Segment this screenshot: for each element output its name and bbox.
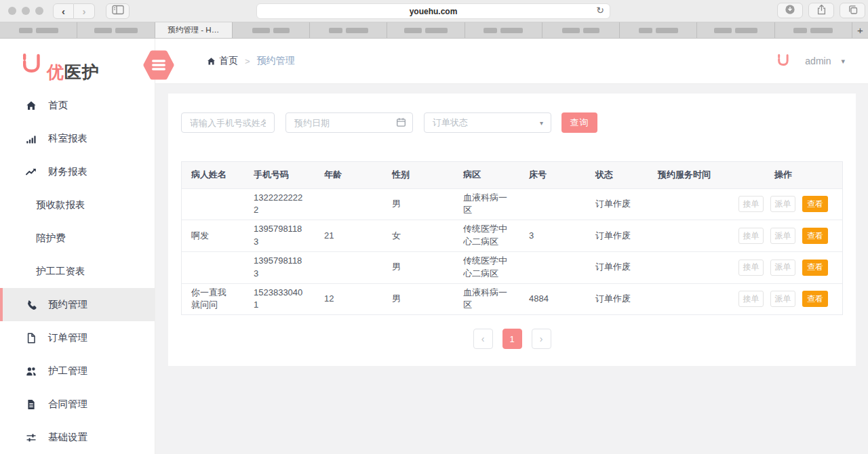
sidebar-item-precollect-report[interactable]: 预收款报表 xyxy=(0,188,155,222)
redacted-tab-title xyxy=(19,28,33,33)
sidebar-item-label: 科室报表 xyxy=(48,132,87,145)
table-cell xyxy=(182,188,244,220)
back-button[interactable]: ‹ xyxy=(53,3,74,19)
accept-order-button[interactable]: 接单 xyxy=(738,291,764,307)
forward-icon: › xyxy=(83,5,86,17)
page-header: 首页 > 预约管理 admin ▾ xyxy=(155,39,868,84)
user-logo-icon xyxy=(776,54,790,69)
table-cell xyxy=(648,220,724,252)
browser-tab[interactable] xyxy=(465,22,542,38)
breadcrumb-home[interactable]: 首页 xyxy=(207,55,238,67)
sidebar-item-home[interactable]: 首页 xyxy=(0,89,155,122)
address-bar[interactable]: youehu.com ↻ xyxy=(256,3,610,19)
sidebar-item-dept-report[interactable]: 科室报表 xyxy=(0,122,155,155)
date-input[interactable] xyxy=(285,112,413,133)
table-cell: 传统医学中心二病区 xyxy=(454,251,519,283)
table-cell: 订单作废 xyxy=(586,220,648,252)
browser-window: ‹ › youehu.com ↻ xyxy=(0,0,868,454)
sidebar-item-escort-fee[interactable]: 陪护费 xyxy=(0,222,155,255)
page-button-1[interactable]: 1 xyxy=(502,329,522,349)
contract-icon xyxy=(26,398,37,410)
accept-order-button[interactable]: 接单 xyxy=(738,228,764,244)
sidebar-toggle-icon xyxy=(112,5,124,17)
tab-overview-icon xyxy=(848,5,858,17)
browser-tab[interactable] xyxy=(697,22,774,38)
search-button[interactable]: 查询 xyxy=(561,112,597,133)
browser-tab[interactable] xyxy=(620,22,697,38)
browser-tab[interactable] xyxy=(542,22,620,38)
view-order-button[interactable]: 查看 xyxy=(802,260,828,276)
dispatch-order-button[interactable]: 派单 xyxy=(770,228,795,244)
dispatch-order-button[interactable]: 派单 xyxy=(770,260,795,276)
view-order-button[interactable]: 查看 xyxy=(802,291,828,307)
accept-order-button[interactable]: 接单 xyxy=(738,196,764,212)
dispatch-order-button[interactable]: 派单 xyxy=(770,196,795,212)
table-cell: 男 xyxy=(382,251,454,283)
caret-down-icon: ▾ xyxy=(540,119,543,127)
sidebar-item-worker[interactable]: 护工管理 xyxy=(0,354,155,388)
table-cell: 3 xyxy=(519,220,586,252)
sidebar-item-settings[interactable]: 基础设置 xyxy=(0,421,155,454)
share-button[interactable] xyxy=(808,3,834,18)
browser-tab[interactable] xyxy=(775,22,852,38)
minimize-window-button[interactable] xyxy=(22,7,30,15)
browser-tab[interactable] xyxy=(310,22,387,38)
sidebar-item-label: 陪护费 xyxy=(36,232,66,245)
actions-cell: 接单派单查看 xyxy=(724,283,842,314)
table-cell xyxy=(648,251,724,283)
redacted-tab-title xyxy=(36,28,58,33)
view-order-button[interactable]: 查看 xyxy=(802,196,828,212)
menu-toggle-button[interactable] xyxy=(142,49,175,81)
table-cell: 啊发 xyxy=(182,220,244,252)
sidebar-item-label: 护工工资表 xyxy=(36,265,85,278)
sidebar-item-order[interactable]: 订单管理 xyxy=(0,321,155,354)
redacted-tab-title xyxy=(810,28,833,33)
table-cell: 订单作废 xyxy=(586,283,648,314)
sidebar-item-contract[interactable]: 合同管理 xyxy=(0,388,155,421)
sidebar-toggle-button[interactable] xyxy=(106,3,130,19)
tab-title: 预约管理 - H… xyxy=(167,25,219,35)
table-cell xyxy=(182,251,244,283)
browser-tab[interactable] xyxy=(77,22,155,38)
home-icon xyxy=(207,57,216,66)
view-order-button[interactable]: 查看 xyxy=(802,228,828,244)
column-header: 病区 xyxy=(454,162,519,188)
app-logo: 优医护 xyxy=(0,39,155,81)
table-cell xyxy=(315,188,382,220)
table-cell: 女 xyxy=(382,220,454,252)
browser-tab-strip: 预约管理 - H… + xyxy=(0,22,868,39)
table-row: 13222222222男血液科病一区订单作废接单派单查看 xyxy=(182,188,842,220)
browser-tab[interactable] xyxy=(233,22,310,38)
table-row: 13957981183男传统医学中心二病区订单作废接单派单查看 xyxy=(182,251,842,283)
redacted-tab-title xyxy=(639,28,652,33)
redacted-tab-title xyxy=(346,28,368,33)
browser-tab[interactable] xyxy=(387,22,465,38)
url-text: youehu.com xyxy=(410,7,458,16)
dispatch-order-button[interactable]: 派单 xyxy=(770,291,795,307)
sidebar-item-appointment[interactable]: 预约管理 xyxy=(0,288,155,321)
redacted-tab-title xyxy=(329,28,342,33)
sidebar-item-worker-salary[interactable]: 护工工资表 xyxy=(0,255,155,288)
sidebar-item-finance-report[interactable]: 财务报表 xyxy=(0,155,155,188)
phone-icon xyxy=(26,299,37,310)
accept-order-button[interactable]: 接单 xyxy=(738,260,764,276)
forward-button[interactable]: › xyxy=(74,3,95,19)
home-icon xyxy=(26,100,37,111)
prev-page-button[interactable]: ‹ xyxy=(473,329,493,349)
new-tab-button[interactable]: + xyxy=(852,22,868,38)
zoom-window-button[interactable] xyxy=(35,7,43,15)
downloads-button[interactable] xyxy=(777,3,803,18)
sidebar-item-label: 预收款报表 xyxy=(36,199,85,211)
order-status-select[interactable]: 订单状态 ▾ xyxy=(424,112,551,133)
tab-overview-button[interactable] xyxy=(840,3,865,18)
browser-tab[interactable] xyxy=(0,22,77,38)
actions-cell: 接单派单查看 xyxy=(724,220,842,252)
reload-icon[interactable]: ↻ xyxy=(596,5,604,16)
logo-u-icon xyxy=(20,53,43,81)
close-window-button[interactable] xyxy=(8,7,16,15)
keyword-input[interactable] xyxy=(181,112,275,133)
next-page-button[interactable]: › xyxy=(532,329,551,349)
user-menu[interactable]: admin ▾ xyxy=(776,54,845,69)
table-cell: 你一直我就问问 xyxy=(182,283,244,314)
browser-tab-active[interactable]: 预约管理 - H… xyxy=(155,22,233,38)
